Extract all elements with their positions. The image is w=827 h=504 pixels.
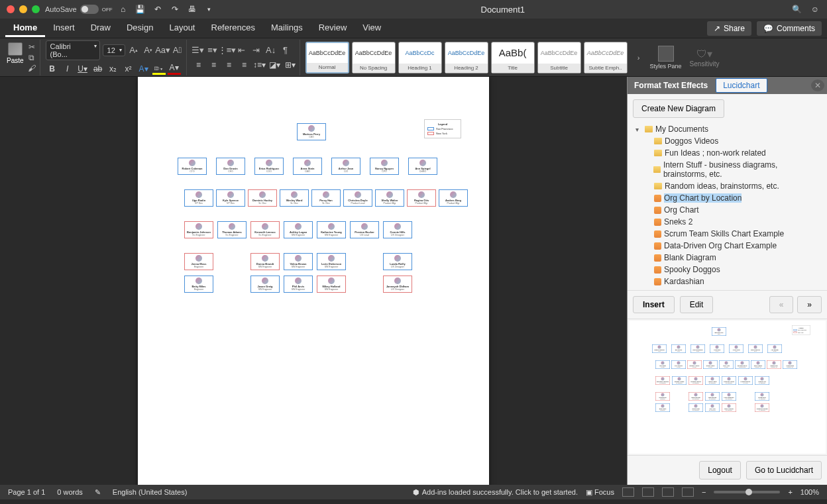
menu-home[interactable]: Home bbox=[5, 20, 45, 37]
text-effects-button[interactable]: A▾ bbox=[137, 63, 150, 75]
save-icon[interactable]: 💾 bbox=[135, 4, 146, 15]
account-icon[interactable]: ☺ bbox=[810, 4, 820, 15]
style-heading-[interactable]: AaBbCcDcHeading 1 bbox=[398, 42, 442, 74]
logout-button[interactable]: Logout bbox=[699, 461, 741, 479]
increase-indent-icon[interactable]: ⇥ bbox=[250, 44, 262, 56]
outline-view-icon[interactable] bbox=[662, 487, 674, 497]
tree-item[interactable]: Random ideas, brainstorms, etc. bbox=[633, 180, 822, 192]
page-indicator[interactable]: Page 1 of 1 bbox=[8, 488, 45, 496]
zoom-slider[interactable] bbox=[714, 491, 780, 493]
font-color-button[interactable]: A▾ bbox=[168, 63, 181, 75]
minimize-window[interactable] bbox=[19, 5, 27, 13]
strikethrough-button[interactable]: ab bbox=[91, 63, 105, 75]
tree-item[interactable]: Sneks 2 bbox=[633, 216, 822, 228]
tab-lucidchart[interactable]: Lucidchart bbox=[716, 78, 767, 93]
change-case-icon[interactable]: Aa▾ bbox=[157, 44, 169, 56]
clear-format-icon[interactable]: A⃠ bbox=[172, 44, 184, 56]
autosave-toggle[interactable]: AutoSave OFF bbox=[45, 5, 113, 14]
align-right-icon[interactable]: ≡ bbox=[223, 59, 236, 71]
create-new-diagram-button[interactable]: Create New Diagram bbox=[633, 99, 724, 118]
close-window[interactable] bbox=[7, 5, 15, 13]
share-button[interactable]: ↗ Share bbox=[707, 21, 751, 36]
tree-item[interactable]: Spooky Doggos bbox=[633, 264, 822, 276]
menu-mailings[interactable]: Mailings bbox=[263, 20, 311, 37]
sensitivity-icon[interactable]: 🛡▾ bbox=[696, 48, 712, 60]
tree-item[interactable]: Doggos Videos bbox=[633, 135, 822, 147]
language-indicator[interactable]: English (United States) bbox=[113, 488, 188, 496]
cut-icon[interactable]: ✂ bbox=[27, 42, 37, 52]
redo-icon[interactable]: ↷ bbox=[170, 4, 180, 15]
menu-insert[interactable]: Insert bbox=[45, 20, 83, 37]
multilevel-list-icon[interactable]: ⋮≡▾ bbox=[221, 44, 233, 56]
undo-icon[interactable]: ↶ bbox=[152, 4, 163, 15]
style-no-spacing[interactable]: AaBbCcDdEeNo Spacing bbox=[352, 42, 396, 74]
styles-more-icon[interactable]: › bbox=[633, 52, 645, 64]
tree-item[interactable]: Org Chart bbox=[633, 204, 822, 216]
bold-button[interactable]: B bbox=[46, 63, 59, 75]
superscript-button[interactable]: x² bbox=[122, 63, 135, 75]
edit-button[interactable]: Edit bbox=[680, 296, 714, 313]
menu-view[interactable]: View bbox=[355, 20, 389, 37]
tree-item[interactable]: Org Chart by Location bbox=[633, 192, 822, 204]
increase-font-icon[interactable]: A▴ bbox=[128, 44, 140, 56]
style-subtitle[interactable]: AaBbCcDdEeSubtitle bbox=[537, 42, 581, 74]
show-marks-icon[interactable]: ¶ bbox=[280, 44, 292, 56]
paste-button[interactable]: Paste bbox=[7, 42, 24, 64]
decrease-font-icon[interactable]: A▾ bbox=[142, 44, 154, 56]
draft-view-icon[interactable] bbox=[682, 487, 694, 497]
format-painter-icon[interactable]: 🖌 bbox=[27, 64, 37, 73]
menu-draw[interactable]: Draw bbox=[83, 20, 119, 37]
styles-pane-button[interactable]: Styles Pane bbox=[650, 46, 682, 70]
menu-references[interactable]: References bbox=[203, 20, 263, 37]
next-page-button[interactable]: » bbox=[797, 296, 822, 313]
borders-icon[interactable]: ⊞▾ bbox=[284, 59, 297, 71]
style-normal[interactable]: AaBbCcDdEeNormal bbox=[305, 42, 349, 74]
autosave-switch[interactable] bbox=[80, 5, 99, 14]
line-spacing-icon[interactable]: ↕≡▾ bbox=[253, 59, 266, 71]
word-count[interactable]: 0 words bbox=[57, 488, 83, 496]
close-panel-icon[interactable]: ✕ bbox=[811, 79, 824, 91]
document-area[interactable]: LegendSan FranciscoNew YorkMarissa Perry… bbox=[0, 77, 627, 485]
copy-icon[interactable]: ⧉ bbox=[27, 53, 37, 62]
style-subtle-emph-[interactable]: AaBbCcDdEeSubtle Emph.. bbox=[584, 42, 628, 74]
align-center-icon[interactable]: ≡ bbox=[207, 59, 221, 71]
print-layout-view-icon[interactable] bbox=[622, 487, 634, 497]
subscript-button[interactable]: x₂ bbox=[107, 63, 120, 75]
style-heading-[interactable]: AaBbCcDdEeHeading 2 bbox=[445, 42, 488, 74]
focus-mode[interactable]: ▣ Focus bbox=[586, 488, 614, 497]
tree-item[interactable]: Scrum Team Skills Chart Example bbox=[633, 228, 822, 240]
justify-icon[interactable]: ≡ bbox=[238, 59, 251, 71]
menu-layout[interactable]: Layout bbox=[161, 20, 203, 37]
zoom-out-icon[interactable]: − bbox=[702, 488, 706, 496]
tree-item[interactable]: Intern Stuff - business diagrams, brains… bbox=[633, 159, 822, 180]
insert-button[interactable]: Insert bbox=[633, 296, 675, 313]
tree-item[interactable]: Data-Driven Org Chart Example bbox=[633, 240, 822, 252]
tree-item[interactable]: Fun Ideas ; non-work related bbox=[633, 147, 822, 159]
shading-icon[interactable]: ◪▾ bbox=[268, 59, 282, 71]
font-size-select[interactable]: 12 bbox=[103, 44, 125, 56]
highlight-button[interactable]: ⎄▾ bbox=[152, 63, 166, 75]
sort-icon[interactable]: A↓ bbox=[265, 44, 277, 56]
underline-button[interactable]: U▾ bbox=[76, 63, 89, 75]
tree-item[interactable]: Blank Diagram bbox=[633, 252, 822, 264]
prev-page-button[interactable]: « bbox=[769, 296, 794, 313]
align-left-icon[interactable]: ≡ bbox=[192, 59, 205, 71]
bullets-icon[interactable]: ☰▾ bbox=[192, 44, 204, 56]
numbering-icon[interactable]: ≡▾ bbox=[207, 44, 219, 56]
tree-item[interactable]: Kardashian bbox=[633, 276, 822, 287]
zoom-in-icon[interactable]: + bbox=[788, 488, 792, 496]
menu-design[interactable]: Design bbox=[119, 20, 161, 37]
tab-format-text-effects[interactable]: Format Text Effects bbox=[628, 77, 714, 94]
print-icon[interactable]: 🖶 bbox=[187, 4, 197, 15]
font-family-select[interactable]: Calibri (Bo... bbox=[46, 40, 100, 60]
customize-qat-icon[interactable]: ▾ bbox=[204, 4, 215, 15]
decrease-indent-icon[interactable]: ⇤ bbox=[236, 44, 248, 56]
web-layout-view-icon[interactable] bbox=[642, 487, 654, 497]
spell-check-icon[interactable]: ✎ bbox=[95, 488, 101, 497]
zoom-level[interactable]: 100% bbox=[800, 488, 819, 496]
menu-review[interactable]: Review bbox=[311, 20, 355, 37]
comments-button[interactable]: 💬 Comments bbox=[757, 21, 822, 36]
tree-root[interactable]: ▾My Documents bbox=[633, 123, 822, 135]
addins-status[interactable]: ⬢Add-ins loaded successfully. Click to g… bbox=[413, 488, 578, 497]
search-icon[interactable]: 🔍 bbox=[791, 4, 802, 15]
